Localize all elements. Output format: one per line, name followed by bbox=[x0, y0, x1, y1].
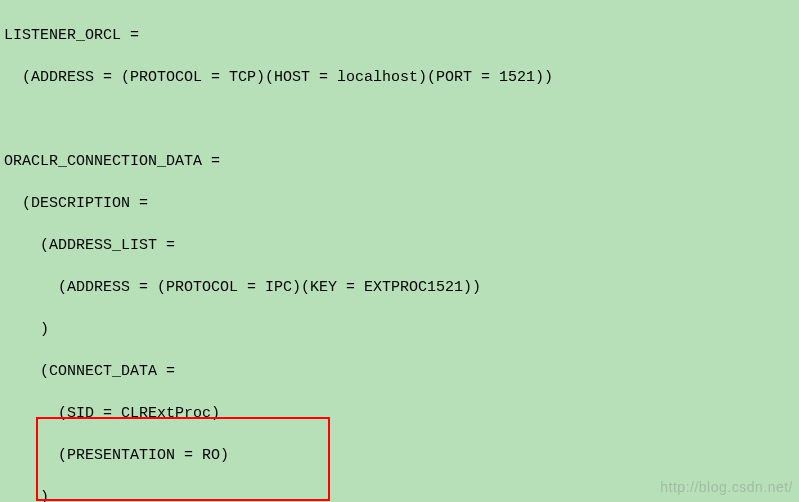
code-line: (SID = CLRExtProc) bbox=[4, 403, 799, 424]
code-line: (ADDRESS = (PROTOCOL = TCP)(HOST = local… bbox=[4, 67, 799, 88]
code-line: ) bbox=[4, 319, 799, 340]
config-code-block: LISTENER_ORCL = (ADDRESS = (PROTOCOL = T… bbox=[0, 0, 799, 502]
code-line: ORACLR_CONNECTION_DATA = bbox=[4, 151, 799, 172]
code-line: (ADDRESS = (PROTOCOL = IPC)(KEY = EXTPRO… bbox=[4, 277, 799, 298]
code-line: (CONNECT_DATA = bbox=[4, 361, 799, 382]
code-line: (ADDRESS_LIST = bbox=[4, 235, 799, 256]
code-line: (DESCRIPTION = bbox=[4, 193, 799, 214]
watermark-text: http://blog.csdn.net/ bbox=[660, 477, 793, 498]
code-line: LISTENER_ORCL = bbox=[4, 25, 799, 46]
code-line: (PRESENTATION = RO) bbox=[4, 445, 799, 466]
